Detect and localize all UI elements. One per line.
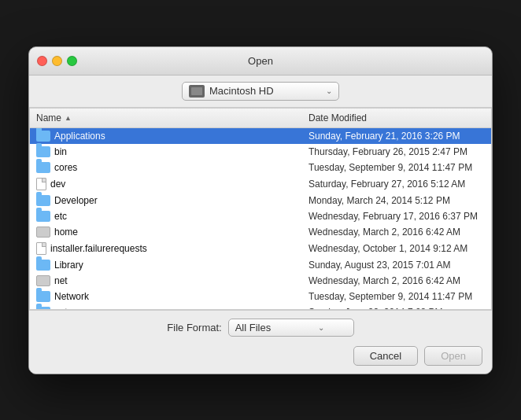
file-list[interactable]: Applications Sunday, February 21, 2016 3… bbox=[30, 128, 491, 309]
file-cell-name: Applications bbox=[30, 129, 302, 143]
folder-icon bbox=[36, 307, 50, 309]
folder-icon bbox=[36, 162, 50, 173]
file-name: dev bbox=[50, 179, 65, 190]
file-cell-name: Library bbox=[30, 258, 302, 272]
file-date: Thursday, February 26, 2015 2:47 PM bbox=[302, 145, 491, 159]
format-dropdown[interactable]: All Files ⌄ bbox=[228, 319, 354, 337]
file-cell-name: installer.failurerequests bbox=[30, 241, 302, 256]
file-date: Sunday, June 22, 2014 7:08 PM bbox=[302, 305, 491, 309]
location-dropdown[interactable]: Macintosh HD ⌄ bbox=[182, 82, 339, 101]
toolbar: Macintosh HD ⌄ bbox=[29, 76, 492, 108]
file-icon bbox=[36, 178, 46, 190]
table-row[interactable]: opt Sunday, June 22, 2014 7:08 PM bbox=[30, 304, 491, 309]
file-date: Wednesday, February 17, 2016 6:37 PM bbox=[302, 209, 491, 223]
file-date: Wednesday, March 2, 2016 6:42 AM bbox=[302, 274, 491, 288]
window-title: Open bbox=[248, 55, 273, 67]
file-date: Wednesday, October 1, 2014 9:12 AM bbox=[302, 241, 491, 256]
file-cell-name: opt bbox=[30, 305, 302, 309]
file-cell-name: bin bbox=[30, 145, 302, 159]
file-cell-name: home bbox=[30, 225, 302, 239]
buttons-row: Cancel Open bbox=[39, 346, 482, 366]
minimize-button[interactable] bbox=[52, 56, 62, 66]
file-name: bin bbox=[54, 146, 67, 157]
folder-icon bbox=[36, 146, 50, 157]
table-row[interactable]: bin Thursday, February 26, 2015 2:47 PM bbox=[30, 144, 491, 160]
file-cell-name: dev bbox=[30, 176, 302, 192]
file-name: etc bbox=[54, 211, 67, 222]
file-cell-name: Developer bbox=[30, 193, 302, 208]
table-row[interactable]: installer.failurerequests Wednesday, Oct… bbox=[30, 240, 491, 257]
folder-icon bbox=[36, 291, 50, 302]
sort-arrow-icon: ▲ bbox=[65, 114, 72, 122]
maximize-button[interactable] bbox=[67, 56, 77, 66]
format-value: All Files bbox=[235, 322, 272, 333]
file-cell-name: net bbox=[30, 274, 302, 288]
table-row[interactable]: etc Wednesday, February 17, 2016 6:37 PM bbox=[30, 208, 491, 224]
open-dialog: Open Macintosh HD ⌄ Name ▲ Date Modified… bbox=[28, 46, 493, 374]
file-name: Network bbox=[54, 291, 89, 302]
folder-icon bbox=[36, 260, 50, 271]
table-row[interactable]: dev Saturday, February 27, 2016 5:12 AM bbox=[30, 175, 491, 193]
folder-icon bbox=[36, 211, 50, 222]
file-cell-name: Network bbox=[30, 289, 302, 304]
close-button[interactable] bbox=[37, 56, 47, 66]
file-date: Tuesday, September 9, 2014 11:47 PM bbox=[302, 160, 491, 175]
table-row[interactable]: Applications Sunday, February 21, 2016 3… bbox=[30, 128, 491, 144]
folder-icon bbox=[36, 195, 50, 206]
file-date: Tuesday, September 9, 2014 11:47 PM bbox=[302, 289, 491, 304]
format-label: File Format: bbox=[167, 322, 221, 333]
table-row[interactable]: Network Tuesday, September 9, 2014 11:47… bbox=[30, 289, 491, 304]
table-row[interactable]: Developer Monday, March 24, 2014 5:12 PM bbox=[30, 193, 491, 208]
file-name: installer.failurerequests bbox=[50, 243, 147, 254]
table-row[interactable]: net Wednesday, March 2, 2016 6:42 AM bbox=[30, 273, 491, 289]
disk-icon bbox=[36, 227, 50, 238]
cancel-button[interactable]: Cancel bbox=[353, 346, 418, 366]
table-row[interactable]: cores Tuesday, September 9, 2014 11:47 P… bbox=[30, 160, 491, 175]
file-date: Wednesday, March 2, 2016 6:42 AM bbox=[302, 225, 491, 239]
file-name: Applications bbox=[54, 131, 105, 142]
hard-disk-icon bbox=[189, 85, 205, 98]
column-date-header: Date Modified bbox=[302, 111, 491, 125]
disk-icon bbox=[36, 275, 50, 286]
file-name: opt bbox=[54, 307, 68, 309]
format-chevron-icon: ⌄ bbox=[318, 323, 324, 332]
file-date: Sunday, August 23, 2015 7:01 AM bbox=[302, 258, 491, 272]
file-date: Saturday, February 27, 2016 5:12 AM bbox=[302, 177, 491, 191]
folder-icon bbox=[36, 131, 50, 142]
chevron-down-icon: ⌄ bbox=[326, 87, 332, 95]
file-date: Sunday, February 21, 2016 3:26 PM bbox=[302, 129, 491, 143]
file-list-container: Name ▲ Date Modified Applications Sunday… bbox=[29, 108, 492, 310]
open-button[interactable]: Open bbox=[424, 346, 482, 366]
file-name: cores bbox=[54, 162, 77, 173]
file-name: net bbox=[54, 275, 68, 286]
table-row[interactable]: Library Sunday, August 23, 2015 7:01 AM bbox=[30, 257, 491, 273]
title-bar: Open bbox=[29, 47, 492, 76]
file-name: Developer bbox=[54, 195, 98, 206]
file-name: home bbox=[54, 227, 78, 238]
table-row[interactable]: home Wednesday, March 2, 2016 6:42 AM bbox=[30, 224, 491, 240]
bottom-bar: File Format: All Files ⌄ Cancel Open bbox=[29, 310, 492, 374]
file-list-header: Name ▲ Date Modified bbox=[30, 109, 491, 128]
location-label: Macintosh HD bbox=[209, 85, 321, 97]
traffic-lights bbox=[37, 56, 77, 66]
file-date: Monday, March 24, 2014 5:12 PM bbox=[302, 193, 491, 208]
file-name: Library bbox=[54, 260, 83, 271]
format-row: File Format: All Files ⌄ bbox=[39, 319, 482, 337]
column-name-header: Name ▲ bbox=[30, 111, 302, 125]
file-icon bbox=[36, 242, 46, 255]
file-cell-name: etc bbox=[30, 209, 302, 223]
file-cell-name: cores bbox=[30, 160, 302, 175]
